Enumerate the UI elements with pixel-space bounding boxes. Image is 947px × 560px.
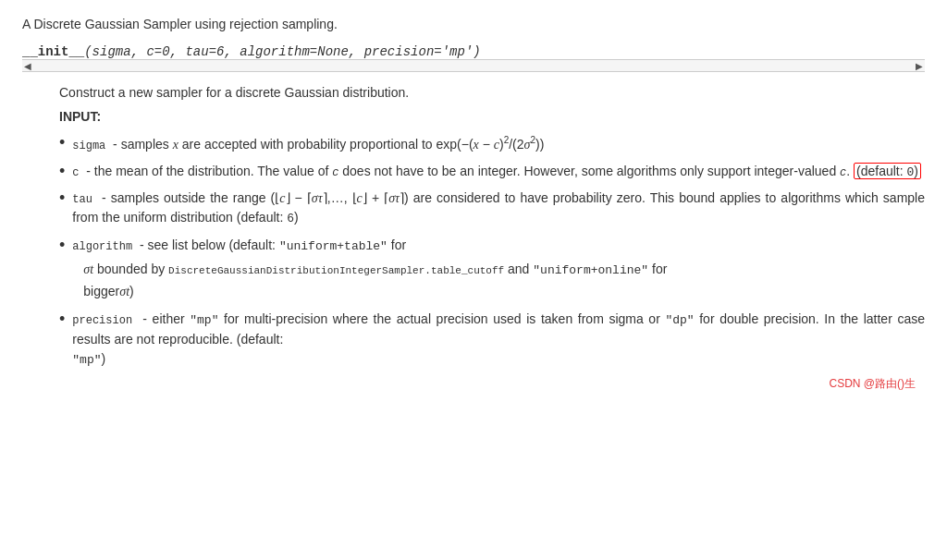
bullet-dot: •: [59, 236, 65, 256]
sigma-param: sigma: [72, 140, 105, 152]
precision-param: precision: [72, 314, 132, 327]
list-item: • sigma - samples x are accepted with pr…: [59, 133, 925, 154]
sigma-description: sigma - samples x are accepted with prob…: [72, 133, 925, 154]
precision-description: precision - either "mp" for multi-precis…: [72, 310, 925, 369]
algorithm-sub: σt bounded by DiscreteGaussianDistributi…: [83, 259, 925, 302]
scroll-left-arrow[interactable]: ◀: [22, 60, 33, 71]
list-item: • precision - either "mp" for multi-prec…: [59, 310, 925, 369]
bullet-dot: •: [59, 133, 65, 153]
c-param: c: [72, 166, 79, 179]
init-signature: __init__(sigma, c=0, tau=6, algorithm=No…: [22, 44, 925, 59]
tau-description: tau - samples outside the range (⌊c⌋ − ⌈…: [72, 189, 925, 228]
scrollbar[interactable]: ◀ ▶: [22, 59, 925, 72]
bullet-dot: •: [59, 162, 65, 182]
main-container: A Discrete Gaussian Sampler using reject…: [0, 0, 947, 401]
bullet-dot: •: [59, 189, 65, 209]
bullet-dot: •: [59, 310, 65, 330]
parameter-list: • sigma - samples x are accepted with pr…: [59, 133, 925, 369]
algorithm-line1: σt bounded by DiscreteGaussianDistributi…: [83, 259, 925, 281]
tau-param: tau: [72, 193, 92, 206]
description-text: A Discrete Gaussian Sampler using reject…: [22, 17, 925, 31]
input-label: INPUT:: [59, 109, 925, 124]
csdn-watermark: CSDN @路由()生: [22, 376, 925, 392]
list-item: • algorithm - see list below (default: "…: [59, 236, 925, 303]
scroll-right-arrow[interactable]: ▶: [914, 60, 925, 71]
list-item: • tau - samples outside the range (⌊c⌋ −…: [59, 189, 925, 228]
algorithm-param: algorithm: [72, 240, 132, 253]
algorithm-description: algorithm - see list below (default: "un…: [72, 236, 925, 303]
construct-text: Construct a new sampler for a discrete G…: [59, 85, 925, 100]
algorithm-line2: bigger σt): [83, 281, 925, 302]
list-item: • c - the mean of the distribution. The …: [59, 162, 925, 182]
default-highlight: (default: 0): [854, 163, 921, 179]
c-description: c - the mean of the distribution. The va…: [72, 162, 925, 182]
